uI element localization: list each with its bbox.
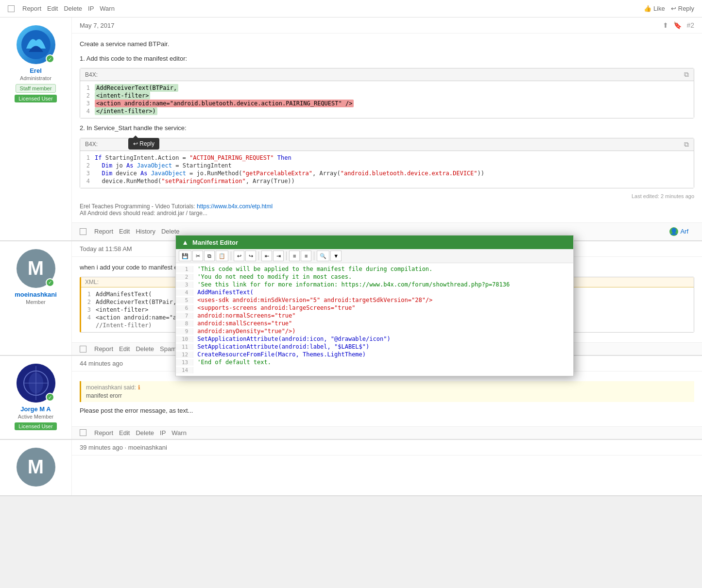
post1-right-actions: 👍 Like ↩ Reply (644, 5, 694, 12)
post3-delete[interactable]: Delete (136, 429, 154, 437)
post1-bottom-history[interactable]: History (136, 228, 155, 235)
manifest-line-9: 9 android:anyDensity="true"/>) (176, 327, 573, 335)
post4-header: 39 minutes ago · moeinashkani (72, 440, 702, 455)
reply-tooltip[interactable]: ↩ Reply (128, 138, 159, 150)
manifest-editor-icon: ▲ (182, 238, 188, 246)
post2-report[interactable]: Report (94, 345, 113, 353)
post3-username[interactable]: Jorge M A (20, 405, 51, 413)
post4-avatar: M (17, 448, 55, 487)
post1-warn-link[interactable]: Warn (100, 5, 115, 12)
post2-username[interactable]: moeinashkani (15, 291, 57, 298)
post1-code2-copy-btn[interactable]: ⧉ (684, 140, 689, 149)
manifest-editor-code[interactable]: 1 'This code will be applied to the mani… (176, 263, 573, 376)
manifest-redo-btn[interactable]: ↪ (245, 251, 256, 261)
manifest-cut-btn[interactable]: ✂ (192, 251, 203, 261)
code-line: 2 <intent-filter> (80, 92, 694, 100)
post2-delete[interactable]: Delete (136, 345, 154, 353)
post2-spam[interactable]: Spam (160, 345, 176, 353)
post3-report[interactable]: Report (94, 429, 113, 437)
manifest-align-left-btn[interactable]: ≡ (289, 251, 300, 261)
post1-code1-copy-btn[interactable]: ⧉ (684, 70, 689, 79)
post1-licensed-badge: Licensed User (15, 95, 56, 102)
manifest-line-13: 13 'End of default text. (176, 358, 573, 366)
post1-code1-body: 1 AddReceiverText(BTPair, 2 <intent-filt… (80, 81, 694, 118)
post1-checkbox[interactable] (8, 5, 15, 12)
manifest-copy-btn[interactable]: ⧉ (204, 251, 215, 261)
post3-body: moeinashkani said: ℹ manifest erorr Plea… (72, 371, 702, 426)
manifest-line-8: 8 android:smallScreens="true" (176, 319, 573, 327)
post1-header-actions: ⬆ 🔖 #2 (663, 21, 694, 29)
manifest-search-btn[interactable]: 🔍 (317, 251, 329, 261)
manifest-editor-title: Manifest Editor (192, 239, 238, 246)
post1-date: May 7, 2017 (80, 22, 115, 29)
post1-bottom-edit[interactable]: Edit (119, 228, 130, 235)
post1-etp-link[interactable]: https://www.b4x.com/etp.html (197, 203, 273, 210)
manifest-editor-titlebar: ▲ Manifest Editor (176, 235, 573, 249)
post2-user-role: Member (26, 299, 45, 305)
post4-sidebar: M (0, 440, 72, 495)
post1-bottom-checkbox[interactable] (80, 228, 86, 235)
share-icon[interactable]: ⬆ (663, 21, 668, 29)
code-line: 2 Dim jo As JavaObject = StartingIntent (80, 162, 694, 169)
post3-text: Please post the error message, as text..… (80, 406, 694, 416)
post2-date: Today at 11:58 AM (80, 245, 132, 252)
toolbar-sep2 (258, 252, 259, 260)
reply-tooltip-icon: ↩ (133, 140, 138, 147)
post3-ip[interactable]: IP (160, 429, 166, 437)
manifest-paste-btn[interactable]: 📋 (216, 251, 228, 261)
manifest-undo-btn[interactable]: ↩ (234, 251, 244, 261)
post1-number: #2 (686, 21, 694, 29)
code-line: 3 Dim device As JavaObject = jo.RunMetho… (80, 169, 694, 177)
post3-online-badge: ✓ (46, 393, 54, 402)
post2-bottom-left: Report Edit Delete Spam IP (80, 345, 188, 353)
manifest-line-3: 3 'See this link for for more informatio… (176, 281, 573, 288)
manifest-indent-left-btn[interactable]: ⇤ (261, 251, 272, 261)
info-icon: ℹ (138, 384, 140, 391)
post1-edit-link[interactable]: Edit (47, 5, 58, 12)
post3-bottom-left: Report Edit Delete IP Warn (80, 429, 187, 437)
post1-username[interactable]: Erel (30, 67, 42, 74)
post1-ip-link[interactable]: IP (88, 5, 94, 12)
post4-date: 39 minutes ago · moeinashkani (80, 444, 167, 451)
post1-body: Create a service named BTPair. 1. Add th… (72, 34, 702, 222)
post1-delete-link[interactable]: Delete (64, 5, 82, 12)
arf-badge: 👤 Arf (664, 225, 694, 238)
post3-checkbox[interactable] (80, 429, 86, 436)
post1-code1-header: B4X: ⧉ (80, 68, 694, 81)
post1-content: May 7, 2017 ⬆ 🔖 #2 Create a service name… (72, 17, 702, 240)
post1-like-button[interactable]: 👍 Like (644, 5, 665, 12)
manifest-line-7: 7 android:normalScreens="true" (176, 312, 573, 319)
post3-licensed-badge: Licensed User (15, 422, 56, 430)
manifest-indent-right-btn[interactable]: ⇥ (273, 251, 284, 261)
manifest-line-12: 12 CreateResourceFromFile(Macro, Themes.… (176, 351, 573, 358)
post4-avatar-container: M (17, 448, 55, 487)
code-line: 4 device.RunMethod("setPairingConfirmati… (80, 177, 694, 185)
post1-step1: 1. Add this code to the manifest editor: (80, 54, 694, 64)
post1-report-link[interactable]: Report (22, 5, 41, 12)
post2-checkbox[interactable] (80, 346, 86, 353)
post1-last-edited: Last edited: 2 minutes ago (80, 193, 694, 199)
manifest-line-1: 1 'This code will be applied to the mani… (176, 265, 573, 273)
post1-bottom-delete[interactable]: Delete (161, 228, 180, 235)
thumbs-up-icon: 👍 (644, 5, 651, 12)
manifest-more-btn[interactable]: ▼ (330, 251, 342, 261)
post4-content: 39 minutes ago · moeinashkani (72, 440, 702, 495)
post3-warn[interactable]: Warn (171, 429, 187, 437)
post1-bottom-report[interactable]: Report (94, 228, 113, 235)
arf-username[interactable]: Arf (680, 228, 688, 235)
manifest-align-right-btn[interactable]: ≡ (301, 251, 311, 261)
post1-bottom-left: Report Edit History Delete (80, 228, 179, 235)
post2-edit[interactable]: Edit (119, 345, 130, 353)
manifest-save-btn[interactable]: 💾 (179, 251, 191, 261)
post3-user-role: Active Member (18, 414, 53, 420)
arf-avatar: 👤 (669, 227, 678, 236)
post2-online-badge: ✓ (46, 278, 54, 287)
post1-reply-button[interactable]: ↩ Reply (671, 5, 694, 12)
post3-avatar-container: ✓ (17, 364, 55, 403)
bookmark-icon[interactable]: 🔖 (673, 21, 682, 29)
post1-header: May 7, 2017 ⬆ 🔖 #2 (72, 17, 702, 34)
post1-code2-lang: B4X: (85, 141, 98, 148)
post3-quote-text: manifest erorr (86, 392, 689, 399)
post3-edit[interactable]: Edit (119, 429, 130, 437)
post1-code2-header: B4X: ⧉ (80, 138, 694, 151)
